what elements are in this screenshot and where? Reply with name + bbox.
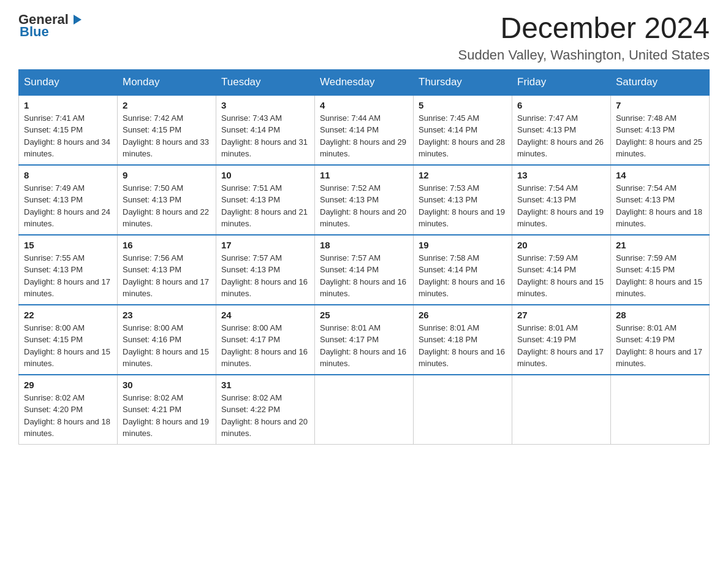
- day-info: Sunrise: 8:02 AM Sunset: 4:21 PM Dayligh…: [123, 392, 211, 440]
- calendar-day-cell: [611, 375, 710, 445]
- day-info: Sunrise: 7:59 AM Sunset: 4:14 PM Dayligh…: [517, 252, 605, 300]
- day-info: Sunrise: 7:58 AM Sunset: 4:14 PM Dayligh…: [419, 252, 507, 300]
- day-info: Sunrise: 7:55 AM Sunset: 4:13 PM Dayligh…: [24, 252, 112, 300]
- calendar-body: 1 Sunrise: 7:41 AM Sunset: 4:15 PM Dayli…: [19, 95, 710, 445]
- day-info: Sunrise: 7:54 AM Sunset: 4:13 PM Dayligh…: [517, 182, 605, 230]
- day-number: 7: [616, 100, 704, 110]
- day-info: Sunrise: 7:53 AM Sunset: 4:13 PM Dayligh…: [419, 182, 507, 230]
- day-number: 21: [616, 240, 704, 250]
- day-number: 14: [616, 170, 704, 180]
- day-number: 22: [24, 310, 112, 320]
- day-info: Sunrise: 7:48 AM Sunset: 4:13 PM Dayligh…: [616, 112, 704, 160]
- calendar-day-cell: [512, 375, 611, 445]
- weekday-header: Thursday: [414, 69, 512, 95]
- calendar-day-cell: 17 Sunrise: 7:57 AM Sunset: 4:13 PM Dayl…: [216, 235, 315, 305]
- day-info: Sunrise: 8:01 AM Sunset: 4:17 PM Dayligh…: [320, 322, 408, 370]
- day-info: Sunrise: 7:42 AM Sunset: 4:15 PM Dayligh…: [123, 112, 211, 160]
- day-number: 31: [221, 380, 309, 390]
- day-number: 28: [616, 310, 704, 320]
- day-number: 11: [320, 170, 408, 180]
- day-number: 26: [419, 310, 507, 320]
- calendar-day-cell: 3 Sunrise: 7:43 AM Sunset: 4:14 PM Dayli…: [216, 95, 315, 165]
- calendar-day-cell: 21 Sunrise: 7:59 AM Sunset: 4:15 PM Dayl…: [611, 235, 710, 305]
- location-subtitle: Sudden Valley, Washington, United States: [458, 47, 710, 63]
- calendar-day-cell: 11 Sunrise: 7:52 AM Sunset: 4:13 PM Dayl…: [315, 165, 414, 235]
- day-number: 15: [24, 240, 112, 250]
- logo: General Blue: [18, 12, 82, 39]
- calendar-day-cell: 9 Sunrise: 7:50 AM Sunset: 4:13 PM Dayli…: [118, 165, 216, 235]
- calendar-day-cell: 25 Sunrise: 8:01 AM Sunset: 4:17 PM Dayl…: [315, 305, 414, 375]
- calendar-week-row: 29 Sunrise: 8:02 AM Sunset: 4:20 PM Dayl…: [19, 375, 710, 445]
- calendar-week-row: 8 Sunrise: 7:49 AM Sunset: 4:13 PM Dayli…: [19, 165, 710, 235]
- calendar-week-row: 15 Sunrise: 7:55 AM Sunset: 4:13 PM Dayl…: [19, 235, 710, 305]
- weekday-header: Friday: [512, 69, 611, 95]
- weekday-header: Wednesday: [315, 69, 414, 95]
- day-info: Sunrise: 7:44 AM Sunset: 4:14 PM Dayligh…: [320, 112, 408, 160]
- page-header: General Blue December 2024 Sudden Valley…: [18, 12, 710, 63]
- day-info: Sunrise: 8:00 AM Sunset: 4:16 PM Dayligh…: [123, 322, 211, 370]
- calendar-day-cell: 31 Sunrise: 8:02 AM Sunset: 4:22 PM Dayl…: [216, 375, 315, 445]
- day-number: 29: [24, 380, 112, 390]
- calendar-day-cell: 27 Sunrise: 8:01 AM Sunset: 4:19 PM Dayl…: [512, 305, 611, 375]
- calendar-header: SundayMondayTuesdayWednesdayThursdayFrid…: [19, 69, 710, 95]
- day-info: Sunrise: 7:57 AM Sunset: 4:13 PM Dayligh…: [221, 252, 309, 300]
- calendar-day-cell: 8 Sunrise: 7:49 AM Sunset: 4:13 PM Dayli…: [19, 165, 118, 235]
- day-number: 27: [517, 310, 605, 320]
- calendar-day-cell: 15 Sunrise: 7:55 AM Sunset: 4:13 PM Dayl…: [19, 235, 118, 305]
- calendar-day-cell: 23 Sunrise: 8:00 AM Sunset: 4:16 PM Dayl…: [118, 305, 216, 375]
- day-number: 19: [419, 240, 507, 250]
- calendar-week-row: 22 Sunrise: 8:00 AM Sunset: 4:15 PM Dayl…: [19, 305, 710, 375]
- calendar-day-cell: 10 Sunrise: 7:51 AM Sunset: 4:13 PM Dayl…: [216, 165, 315, 235]
- day-number: 9: [123, 170, 211, 180]
- calendar-table: SundayMondayTuesdayWednesdayThursdayFrid…: [18, 69, 710, 445]
- weekday-header: Monday: [118, 69, 216, 95]
- calendar-day-cell: 18 Sunrise: 7:57 AM Sunset: 4:14 PM Dayl…: [315, 235, 414, 305]
- day-info: Sunrise: 7:56 AM Sunset: 4:13 PM Dayligh…: [123, 252, 211, 300]
- calendar-day-cell: 5 Sunrise: 7:45 AM Sunset: 4:14 PM Dayli…: [414, 95, 512, 165]
- day-number: 18: [320, 240, 408, 250]
- day-number: 8: [24, 170, 112, 180]
- day-info: Sunrise: 8:02 AM Sunset: 4:20 PM Dayligh…: [24, 392, 112, 440]
- calendar-day-cell: 4 Sunrise: 7:44 AM Sunset: 4:14 PM Dayli…: [315, 95, 414, 165]
- day-number: 30: [123, 380, 211, 390]
- calendar-day-cell: [414, 375, 512, 445]
- day-number: 25: [320, 310, 408, 320]
- calendar-day-cell: 28 Sunrise: 8:01 AM Sunset: 4:19 PM Dayl…: [611, 305, 710, 375]
- calendar-day-cell: 22 Sunrise: 8:00 AM Sunset: 4:15 PM Dayl…: [19, 305, 118, 375]
- day-info: Sunrise: 8:01 AM Sunset: 4:19 PM Dayligh…: [616, 322, 704, 370]
- weekday-header: Sunday: [19, 69, 118, 95]
- calendar-day-cell: 12 Sunrise: 7:53 AM Sunset: 4:13 PM Dayl…: [414, 165, 512, 235]
- calendar-day-cell: 26 Sunrise: 8:01 AM Sunset: 4:18 PM Dayl…: [414, 305, 512, 375]
- day-number: 16: [123, 240, 211, 250]
- day-number: 6: [517, 100, 605, 110]
- day-info: Sunrise: 8:00 AM Sunset: 4:17 PM Dayligh…: [221, 322, 309, 370]
- day-info: Sunrise: 8:01 AM Sunset: 4:19 PM Dayligh…: [517, 322, 605, 370]
- calendar-day-cell: 30 Sunrise: 8:02 AM Sunset: 4:21 PM Dayl…: [118, 375, 216, 445]
- weekday-header: Tuesday: [216, 69, 315, 95]
- logo-blue: Blue: [20, 25, 82, 39]
- day-info: Sunrise: 7:43 AM Sunset: 4:14 PM Dayligh…: [221, 112, 309, 160]
- day-info: Sunrise: 7:47 AM Sunset: 4:13 PM Dayligh…: [517, 112, 605, 160]
- day-number: 5: [419, 100, 507, 110]
- day-info: Sunrise: 7:52 AM Sunset: 4:13 PM Dayligh…: [320, 182, 408, 230]
- calendar-day-cell: 6 Sunrise: 7:47 AM Sunset: 4:13 PM Dayli…: [512, 95, 611, 165]
- title-block: December 2024 Sudden Valley, Washington,…: [458, 12, 710, 63]
- day-number: 13: [517, 170, 605, 180]
- day-number: 20: [517, 240, 605, 250]
- day-number: 4: [320, 100, 408, 110]
- calendar-day-cell: 14 Sunrise: 7:54 AM Sunset: 4:13 PM Dayl…: [611, 165, 710, 235]
- weekday-header: Saturday: [611, 69, 710, 95]
- calendar-day-cell: 29 Sunrise: 8:02 AM Sunset: 4:20 PM Dayl…: [19, 375, 118, 445]
- calendar-day-cell: 1 Sunrise: 7:41 AM Sunset: 4:15 PM Dayli…: [19, 95, 118, 165]
- day-info: Sunrise: 7:50 AM Sunset: 4:13 PM Dayligh…: [123, 182, 211, 230]
- calendar-day-cell: 19 Sunrise: 7:58 AM Sunset: 4:14 PM Dayl…: [414, 235, 512, 305]
- day-info: Sunrise: 7:41 AM Sunset: 4:15 PM Dayligh…: [24, 112, 112, 160]
- day-number: 2: [123, 100, 211, 110]
- day-info: Sunrise: 8:02 AM Sunset: 4:22 PM Dayligh…: [221, 392, 309, 440]
- day-number: 24: [221, 310, 309, 320]
- day-number: 3: [221, 100, 309, 110]
- day-info: Sunrise: 7:49 AM Sunset: 4:13 PM Dayligh…: [24, 182, 112, 230]
- day-info: Sunrise: 8:01 AM Sunset: 4:18 PM Dayligh…: [419, 322, 507, 370]
- calendar-day-cell: [315, 375, 414, 445]
- calendar-day-cell: 16 Sunrise: 7:56 AM Sunset: 4:13 PM Dayl…: [118, 235, 216, 305]
